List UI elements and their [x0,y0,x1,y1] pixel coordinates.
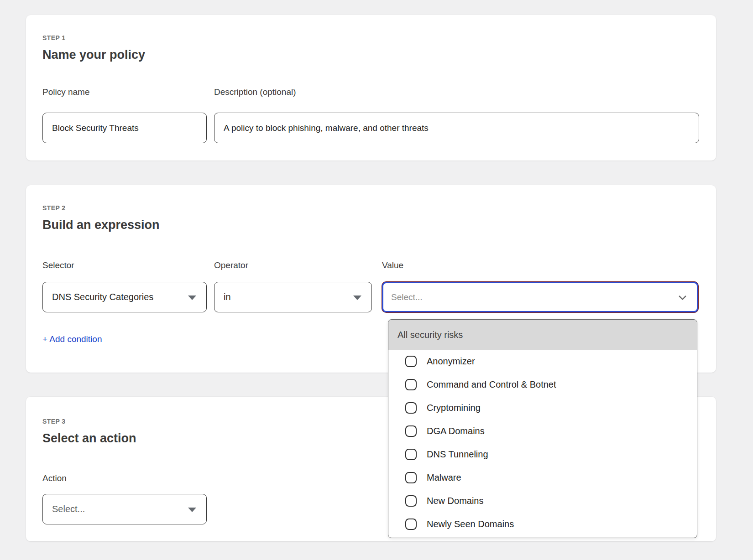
dropdown-option-label: Anonymizer [427,356,475,367]
value-dropdown-panel: All security risks Anonymizer Command an… [388,319,697,538]
action-select[interactable]: Select... [42,494,207,524]
checkbox-icon[interactable] [405,379,417,390]
checkbox-icon[interactable] [405,495,417,507]
action-label: Action [42,473,67,483]
dropdown-option-label: New Domains [427,496,483,506]
dropdown-options-list: Anonymizer Command and Control & Botnet … [388,350,697,536]
policy-name-label: Policy name [42,87,90,97]
value-select[interactable]: Select... [382,282,698,312]
dropdown-option-label: Cryptomining [427,403,481,413]
selector-select-value: DNS Security Categories [52,292,153,302]
value-select-placeholder: Select... [391,292,423,302]
step1-card: STEP 1 Name your policy Policy name Desc… [26,15,716,161]
dropdown-option[interactable]: New Domains [388,489,697,513]
checkbox-icon[interactable] [405,425,417,437]
dropdown-option-label: DNS Tunneling [427,449,488,460]
caret-down-icon [188,296,196,300]
operator-label: Operator [214,260,248,270]
operator-select[interactable]: in [214,282,372,312]
step3-step-label: STEP 3 [42,418,65,425]
checkbox-icon[interactable] [405,449,417,460]
selector-label: Selector [42,260,74,270]
step2-title: Build an expression [42,218,160,232]
caret-down-icon [188,508,196,512]
step1-title: Name your policy [42,48,145,62]
dropdown-option[interactable]: Command and Control & Botnet [388,373,697,396]
selector-select[interactable]: DNS Security Categories [42,282,207,312]
description-input[interactable] [214,113,699,143]
description-label: Description (optional) [214,87,296,97]
step3-title: Select an action [42,431,136,446]
dropdown-group-header[interactable]: All security risks [388,320,697,350]
action-select-placeholder: Select... [52,504,85,514]
add-condition-link[interactable]: + Add condition [42,334,102,344]
dropdown-option-label: Command and Control & Botnet [427,379,556,390]
operator-select-value: in [224,292,231,302]
checkbox-icon[interactable] [405,356,417,367]
value-label: Value [382,260,403,270]
policy-name-input[interactable] [42,113,207,143]
dropdown-option-label: Newly Seen Domains [427,519,514,529]
dropdown-option-label: Malware [427,472,461,483]
step1-step-label: STEP 1 [42,34,65,41]
dropdown-option[interactable]: Newly Seen Domains [388,513,697,536]
caret-down-icon [353,296,361,300]
checkbox-icon[interactable] [405,402,417,414]
dropdown-option[interactable]: DNS Tunneling [388,443,697,466]
checkbox-icon[interactable] [405,472,417,483]
checkbox-icon[interactable] [405,519,417,530]
dropdown-option[interactable]: Malware [388,466,697,489]
step2-step-label: STEP 2 [42,204,65,212]
dropdown-option-label: DGA Domains [427,426,485,436]
dropdown-option[interactable]: Anonymizer [388,350,697,373]
dropdown-option[interactable]: DGA Domains [388,420,697,443]
dropdown-option[interactable]: Cryptomining [388,396,697,420]
chevron-down-icon [677,292,688,305]
